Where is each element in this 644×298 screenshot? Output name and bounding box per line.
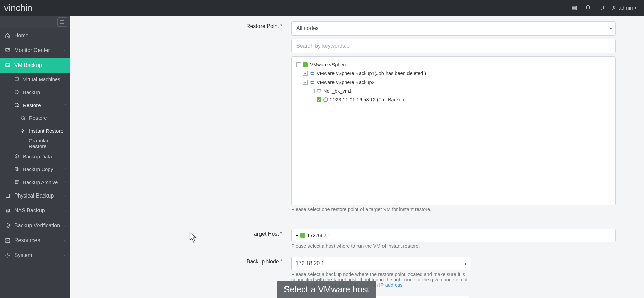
physical-icon bbox=[5, 193, 11, 199]
collapse-icon[interactable]: − bbox=[296, 62, 301, 67]
target-host-row[interactable]: + 172.18.2.1 bbox=[296, 233, 611, 238]
sidebar-item-backup-data[interactable]: Backup Data bbox=[0, 150, 70, 163]
svg-rect-11 bbox=[21, 144, 22, 145]
chevron-down-icon: ‹ bbox=[64, 180, 66, 184]
svg-rect-2 bbox=[572, 9, 577, 10]
sidebar-item-virtual-machines[interactable]: Virtual Machines bbox=[0, 73, 70, 86]
collapse-icon[interactable]: − bbox=[303, 80, 308, 85]
sidebar-item-resources[interactable]: Resources ‹ bbox=[0, 233, 70, 248]
sidebar: Home Monitor Center ‹ VM VM Backup ⌄ Vir… bbox=[0, 16, 70, 298]
sidebar-item-label: Resources bbox=[14, 237, 40, 244]
search-input[interactable] bbox=[291, 39, 616, 53]
svg-rect-29 bbox=[311, 81, 314, 82]
svg-rect-10 bbox=[23, 142, 24, 143]
screen-icon bbox=[14, 76, 20, 82]
svg-rect-9 bbox=[21, 142, 22, 143]
chevron-down-icon: ‹ bbox=[64, 167, 66, 171]
sidebar-item-restore-sub[interactable]: Restore bbox=[0, 111, 70, 124]
list-icon[interactable] bbox=[568, 1, 581, 15]
sidebar-item-backup-verification[interactable]: Backup Verification ‹ bbox=[0, 218, 70, 233]
sidebar-item-label: System bbox=[14, 252, 32, 258]
expand-icon[interactable]: + bbox=[303, 71, 308, 76]
svg-rect-25 bbox=[304, 63, 307, 66]
user-name: admin bbox=[618, 5, 633, 11]
svg-rect-22 bbox=[6, 239, 10, 240]
restore-point-tree[interactable]: − VMware vSphere + VMware vSphere Backup… bbox=[291, 56, 616, 205]
nas-icon bbox=[5, 208, 11, 214]
svg-point-18 bbox=[7, 196, 7, 196]
sidebar-item-instant-restore[interactable]: Instant Restore bbox=[0, 124, 70, 137]
backup-node-help: Please select a backup node where the re… bbox=[291, 270, 470, 291]
svg-rect-3 bbox=[599, 6, 604, 9]
svg-rect-20 bbox=[7, 210, 7, 211]
sidebar-item-monitor-center[interactable]: Monitor Center ‹ bbox=[0, 43, 70, 58]
chevron-down-icon: ▾ bbox=[464, 261, 467, 266]
tree-node-point1[interactable]: ✓ 2023-11-01 16:58:12 (Full Backup) bbox=[296, 95, 611, 104]
chevron-down-icon: ‹ bbox=[64, 223, 66, 228]
svg-text:VM: VM bbox=[6, 64, 9, 66]
sidebar-item-label: Restore bbox=[29, 115, 47, 121]
sidebar-item-vm-backup[interactable]: VM VM Backup ⌄ bbox=[0, 58, 70, 73]
backup-node-select[interactable]: 172.18.20.1 ▾ bbox=[291, 257, 470, 270]
sidebar-item-home[interactable]: Home bbox=[0, 28, 70, 43]
collapse-icon[interactable]: − bbox=[310, 89, 315, 93]
checkbox-checked-icon[interactable]: ✓ bbox=[317, 97, 321, 102]
manual-ip-link[interactable]: manually enter an IP address bbox=[339, 282, 402, 288]
sidebar-item-label: VM Backup bbox=[14, 62, 42, 68]
chevron-down-icon: ▾ bbox=[610, 26, 612, 31]
chevron-down-icon: ‹ bbox=[64, 193, 66, 198]
tree-node-job2[interactable]: − VMware vSphere Backup2 bbox=[296, 78, 611, 87]
target-host-help: Please select a host where to run the VM… bbox=[291, 242, 616, 251]
sidebar-item-nas-backup[interactable]: NAS Backup ‹ bbox=[0, 203, 70, 218]
sidebar-item-label: Granular Restore bbox=[29, 138, 66, 149]
user-menu[interactable]: admin ▾ bbox=[608, 5, 640, 11]
sidebar-item-label: Backup Copy bbox=[23, 166, 53, 172]
backup-node-label: Backup Node* bbox=[70, 257, 291, 265]
archive-icon bbox=[14, 179, 20, 185]
svg-rect-14 bbox=[15, 167, 17, 170]
restore-icon bbox=[20, 115, 26, 121]
sidebar-item-granular-restore[interactable]: Granular Restore bbox=[0, 137, 70, 150]
cube-icon bbox=[14, 153, 20, 159]
target-host-value: 172.18.2.1 bbox=[307, 233, 330, 238]
restore-point-select[interactable]: All nodes ▾ bbox=[291, 21, 616, 36]
main-content: Restore Point* All nodes ▾ − VMware vSph… bbox=[70, 16, 644, 298]
sidebar-item-backup[interactable]: Backup bbox=[0, 86, 70, 98]
sidebar-item-backup-archive[interactable]: Backup Archive ‹ bbox=[0, 176, 70, 188]
svg-point-4 bbox=[614, 6, 615, 8]
tree-label: VMware vSphere bbox=[310, 61, 347, 68]
svg-point-24 bbox=[7, 255, 8, 256]
restore-point-help: Please select one restore point of a tar… bbox=[291, 205, 616, 215]
svg-rect-0 bbox=[572, 6, 577, 7]
sidebar-item-label: Backup bbox=[23, 89, 40, 95]
sidebar-item-system[interactable]: System ‹ bbox=[0, 248, 70, 263]
chevron-down-icon: ‹ bbox=[64, 208, 66, 213]
clock-icon bbox=[323, 97, 328, 102]
vm-icon: VM bbox=[5, 62, 11, 68]
chevron-down-icon: ‹ bbox=[64, 253, 66, 258]
tree-label: Neil_bk_vm1 bbox=[323, 87, 352, 95]
tree-node-vm1[interactable]: − Neil_bk_vm1 bbox=[296, 87, 611, 95]
target-host-box[interactable]: + 172.18.2.1 bbox=[291, 229, 616, 242]
sidebar-item-label: Monitor Center bbox=[14, 47, 50, 53]
chevron-down-icon: ‹ bbox=[64, 238, 66, 243]
sidebar-item-label: Backup Verification bbox=[14, 223, 60, 229]
bell-icon[interactable] bbox=[581, 1, 595, 15]
restore-point-label: Restore Point* bbox=[70, 21, 291, 29]
sidebar-collapse-button[interactable] bbox=[57, 17, 67, 27]
sidebar-item-restore[interactable]: Restore ‹ bbox=[0, 98, 70, 111]
vsphere-icon bbox=[303, 62, 308, 67]
expand-icon[interactable]: + bbox=[296, 233, 298, 238]
restore-icon bbox=[14, 102, 20, 108]
tree-label: VMware vSphere Backup2 bbox=[317, 78, 375, 86]
screen-icon[interactable] bbox=[595, 1, 608, 15]
resources-icon bbox=[5, 237, 11, 244]
granular-icon bbox=[20, 140, 25, 146]
top-header: vinchin admin ▾ bbox=[0, 0, 644, 16]
job-name-input[interactable] bbox=[291, 296, 470, 298]
svg-rect-30 bbox=[317, 90, 321, 92]
sidebar-item-physical-backup[interactable]: Physical Backup ‹ bbox=[0, 188, 70, 203]
sidebar-item-backup-copy[interactable]: Backup Copy ‹ bbox=[0, 163, 70, 176]
tree-node-job1[interactable]: + VMware vSphere Backup1(Job has been de… bbox=[296, 69, 611, 78]
tree-node-vsphere[interactable]: − VMware vSphere bbox=[296, 60, 611, 69]
